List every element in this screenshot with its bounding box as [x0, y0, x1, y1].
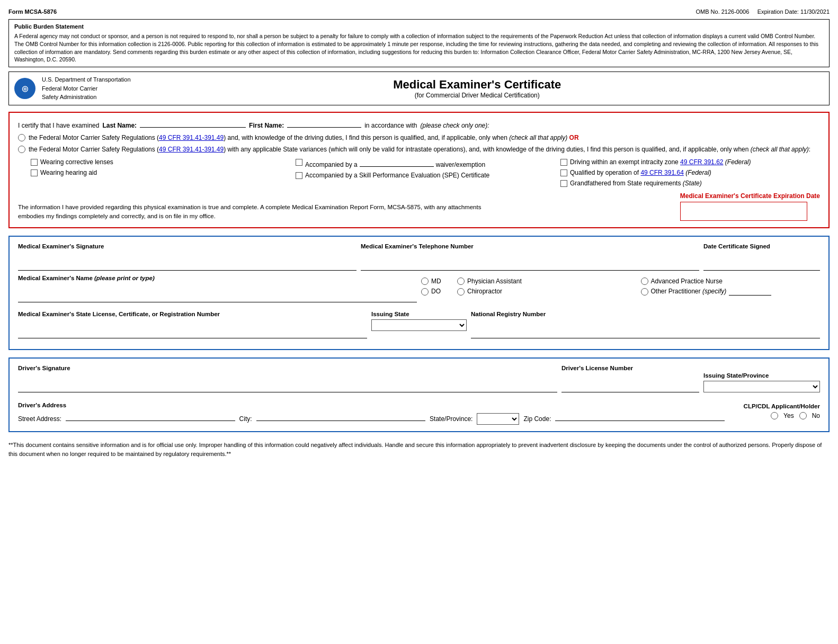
radio-chiropractor[interactable]	[457, 288, 465, 296]
other-specify-field[interactable]	[729, 287, 771, 296]
me-sig-line[interactable]	[18, 255, 356, 271]
advanced-practice-nurse-label: Advanced Practice Nurse	[651, 278, 723, 285]
me-date-line[interactable]	[703, 255, 820, 271]
me-issuing-state-label: Issuing State	[371, 311, 467, 317]
radio-clp-yes[interactable]	[771, 412, 778, 419]
state-label: State/Province:	[430, 415, 473, 423]
me-type-chiropractor: Chiropractor	[457, 288, 637, 296]
form-header: Form MCSA-5876 OMB No. 2126-0006 Expirat…	[8, 8, 830, 15]
street-field[interactable]	[66, 413, 235, 421]
last-name-label: Last Name:	[102, 122, 137, 129]
radio-md[interactable]	[421, 278, 429, 285]
radio-physician-assistant[interactable]	[457, 278, 465, 285]
radio-option-1[interactable]	[18, 134, 25, 141]
certify-prefix: I certify that I have examined	[18, 122, 99, 129]
cfr-link-1[interactable]: 49 CFR 391.41-391.49	[159, 134, 224, 141]
checkbox-corrective-lenses: Wearing corrective lenses	[31, 158, 290, 166]
me-phone-label: Medical Examiner's Telephone Number	[361, 243, 699, 249]
waiver-field[interactable]	[360, 158, 434, 167]
driver-license-line[interactable]	[561, 377, 699, 392]
driver-section: Driver's Signature Driver's License Numb…	[8, 357, 830, 432]
do-label: DO	[431, 288, 441, 295]
me-date-label: Date Certificate Signed	[703, 243, 820, 249]
cert-subtitle: (for Commercial Driver Medical Certifica…	[131, 92, 824, 99]
me-type-other: Other Practitioner (specify)	[641, 287, 821, 296]
radio-clp-no[interactable]	[799, 412, 807, 419]
city-field[interactable]	[256, 413, 426, 421]
me-license-line[interactable]	[18, 323, 367, 338]
checkboxes-grid: Wearing corrective lenses Wearing hearin…	[31, 158, 820, 187]
driver-sig-line[interactable]	[18, 377, 557, 392]
clp-group: CLP/CDL Applicant/Holder Yes No	[735, 402, 820, 419]
driver-sig-group: Driver's Signature	[18, 365, 557, 392]
zip-field[interactable]	[555, 413, 725, 421]
me-name-label: Medical Examiner's Name (please print or…	[18, 275, 417, 281]
omb-info: OMB No. 2126-0006 Expiration Date: 11/30…	[696, 8, 830, 15]
me-license-label: Medical Examiner's State License, Certif…	[18, 311, 367, 317]
me-type-physician-assistant: Physician Assistant	[457, 277, 637, 285]
check-only-one: (please check only one):	[421, 122, 489, 129]
expiration-label: Medical Examiner's Certificate Expiratio…	[680, 192, 820, 200]
radio-do[interactable]	[421, 288, 429, 296]
waiver-line: Accompanied by a waiver/exemption	[305, 158, 485, 168]
cfr-link-2[interactable]: 49 CFR 391.41-391.49	[159, 146, 224, 153]
me-phone-line[interactable]	[361, 255, 699, 271]
radio-option-2[interactable]	[18, 146, 25, 153]
checkbox-accompanied-waiver: Accompanied by a waiver/exemption	[296, 158, 555, 168]
burden-title: Public Burden Statement	[14, 23, 824, 31]
driver-sig-label: Driver's Signature	[18, 365, 557, 371]
grandfathered-box[interactable]	[560, 180, 567, 187]
cert-title: Medical Examiner's Certificate (for Comm…	[131, 78, 824, 99]
driver-state-select[interactable]	[477, 413, 519, 425]
me-type-md: MD	[421, 277, 453, 285]
expiration-right: Medical Examiner's Certificate Expiratio…	[680, 192, 820, 221]
hearing-aid-box[interactable]	[31, 169, 38, 176]
me-license-group: Medical Examiner's State License, Certif…	[18, 311, 367, 338]
footer-note: **This document contains sensitive infor…	[8, 441, 830, 458]
md-label: MD	[431, 278, 441, 285]
driver-issuing-state-select[interactable]	[703, 381, 820, 392]
agency-name: U.S. Department of Transportation Federa…	[42, 75, 131, 102]
corrective-lenses-box[interactable]	[31, 159, 38, 166]
expiration-body-text: The information I have provided regardin…	[18, 203, 499, 221]
cert-main-title: Medical Examiner's Certificate	[131, 78, 824, 92]
cfr-391-62-link[interactable]: 49 CFR 391.62	[680, 158, 723, 166]
checkbox-operation: Qualified by operation of 49 CFR 391.64 …	[560, 169, 820, 176]
me-type-area: MD Physician Assistant Advanced Practice…	[421, 275, 820, 307]
dot-logo: ◎	[14, 78, 35, 99]
accompanied-waiver-box[interactable]	[296, 159, 302, 166]
expiration-area: The information I have provided regardin…	[18, 192, 820, 221]
first-name-field[interactable]	[287, 119, 361, 128]
expiration-date-box[interactable]	[680, 202, 807, 221]
checkbox-col-2: Accompanied by a waiver/exemption Accomp…	[296, 158, 555, 187]
driver-address-label: Driver's Address	[18, 402, 725, 408]
option2-text: the Federal Motor Carrier Safety Regulat…	[29, 145, 810, 154]
radio-other[interactable]	[641, 288, 648, 296]
exempt-zone-box[interactable]	[560, 159, 567, 166]
me-national-registry-line[interactable]	[471, 323, 820, 338]
me-type-do: DO	[421, 288, 453, 296]
option1-text: the Federal Motor Carrier Safety Regulat…	[29, 133, 579, 142]
operation-box[interactable]	[560, 169, 567, 176]
me-issuing-state-select[interactable]	[371, 319, 467, 331]
checkbox-col-1: Wearing corrective lenses Wearing hearin…	[31, 158, 290, 187]
me-name-line[interactable]	[18, 287, 417, 302]
me-national-registry-label: National Registry Number	[471, 311, 820, 317]
no-label: No	[812, 412, 820, 419]
driver-license-label: Driver's License Number	[561, 365, 699, 371]
burden-box: Public Burden Statement A Federal agency…	[8, 19, 830, 67]
driver-issuing-state-group: Issuing State/Province	[703, 372, 820, 392]
checkbox-spe: Accompanied by a Skill Performance Evalu…	[296, 172, 555, 179]
radio-advanced-practice-nurse[interactable]	[641, 278, 648, 285]
radio-option-2-row: the Federal Motor Carrier Safety Regulat…	[18, 145, 820, 154]
me-date-group: Date Certificate Signed	[703, 243, 820, 271]
cfr-391-64-link[interactable]: 49 CFR 391.64	[640, 169, 683, 176]
last-name-field[interactable]	[140, 119, 246, 128]
me-national-registry-group: National Registry Number	[471, 311, 820, 338]
chiropractor-label: Chiropractor	[467, 288, 502, 295]
zip-label: Zip Code:	[523, 415, 551, 423]
driver-top-row: Driver's Signature Driver's License Numb…	[18, 365, 820, 397]
first-name-label: First Name:	[249, 122, 284, 129]
spe-box[interactable]	[296, 172, 302, 179]
physician-assistant-label: Physician Assistant	[467, 278, 522, 285]
